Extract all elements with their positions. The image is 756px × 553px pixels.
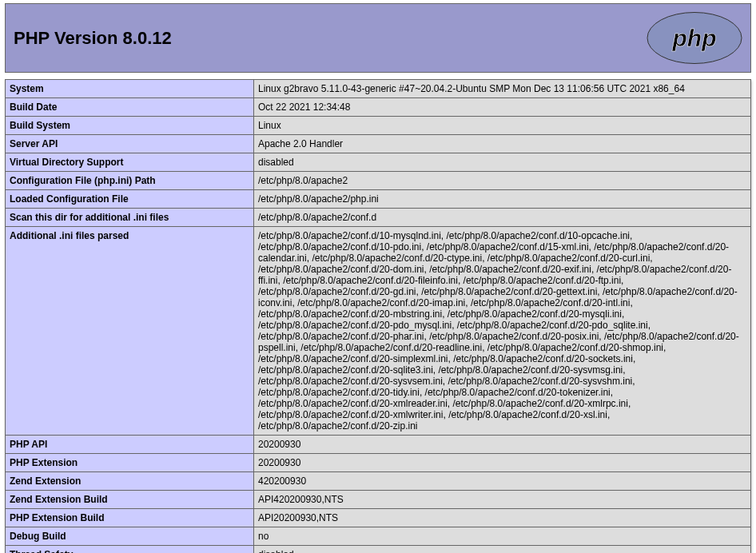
row-key: Zend Extension Build — [6, 491, 254, 509]
table-row: Build DateOct 22 2021 12:34:48 — [6, 98, 751, 117]
row-value: /etc/php/8.0/apache2/conf.d/10-mysqlnd.i… — [254, 227, 751, 436]
table-row: Loaded Configuration File/etc/php/8.0/ap… — [6, 190, 751, 209]
row-value: /etc/php/8.0/apache2 — [254, 172, 751, 190]
table-row: Zend Extension420200930 — [6, 472, 751, 491]
row-value: Linux — [254, 117, 751, 135]
row-value: Oct 22 2021 12:34:48 — [254, 98, 751, 117]
row-value: API420200930,NTS — [254, 491, 751, 509]
row-key: Virtual Directory Support — [6, 153, 254, 172]
row-value: 420200930 — [254, 472, 751, 491]
row-key: Additional .ini files parsed — [6, 227, 254, 436]
table-row: SystemLinux g2bravo 5.11.0-43-generic #4… — [6, 80, 751, 98]
row-value: Apache 2.0 Handler — [254, 135, 751, 153]
row-value: API20200930,NTS — [254, 509, 751, 527]
table-row: Scan this dir for additional .ini files/… — [6, 209, 751, 227]
table-row: PHP Extension20200930 — [6, 454, 751, 472]
row-key: PHP Extension Build — [6, 509, 254, 527]
table-row: PHP API20200930 — [6, 436, 751, 454]
table-row: PHP Extension BuildAPI20200930,NTS — [6, 509, 751, 527]
row-key: PHP API — [6, 436, 254, 454]
row-key: System — [6, 80, 254, 98]
table-row: Virtual Directory Supportdisabled — [6, 153, 751, 172]
row-value: /etc/php/8.0/apache2/conf.d — [254, 209, 751, 227]
php-logo-icon: php — [647, 11, 742, 65]
row-value: 20200930 — [254, 436, 751, 454]
row-value: disabled — [254, 546, 751, 554]
row-value: Linux g2bravo 5.11.0-43-generic #47~20.0… — [254, 80, 751, 98]
table-row: Build SystemLinux — [6, 117, 751, 135]
table-row: Thread Safetydisabled — [6, 546, 751, 554]
table-row: Additional .ini files parsed/etc/php/8.0… — [6, 227, 751, 436]
table-row: Debug Buildno — [6, 527, 751, 546]
phpinfo-header: PHP Version 8.0.12 php — [5, 3, 751, 73]
row-value: no — [254, 527, 751, 546]
row-value: /etc/php/8.0/apache2/php.ini — [254, 190, 751, 209]
page-title: PHP Version 8.0.12 — [14, 28, 172, 49]
row-key: Server API — [6, 135, 254, 153]
row-key: Debug Build — [6, 527, 254, 546]
table-row: Server APIApache 2.0 Handler — [6, 135, 751, 153]
row-key: Configuration File (php.ini) Path — [6, 172, 254, 190]
phpinfo-container: PHP Version 8.0.12 php SystemLinux g2bra… — [2, 0, 754, 553]
row-key: Zend Extension — [6, 472, 254, 491]
row-value: disabled — [254, 153, 751, 172]
row-key: Build System — [6, 117, 254, 135]
row-key: PHP Extension — [6, 454, 254, 472]
phpinfo-table-body: SystemLinux g2bravo 5.11.0-43-generic #4… — [6, 80, 751, 554]
svg-text:php: php — [672, 25, 717, 51]
row-value: 20200930 — [254, 454, 751, 472]
table-row: Configuration File (php.ini) Path/etc/ph… — [6, 172, 751, 190]
phpinfo-table: SystemLinux g2bravo 5.11.0-43-generic #4… — [5, 79, 751, 553]
row-key: Scan this dir for additional .ini files — [6, 209, 254, 227]
row-key: Loaded Configuration File — [6, 190, 254, 209]
row-key: Build Date — [6, 98, 254, 117]
row-key: Thread Safety — [6, 546, 254, 554]
table-row: Zend Extension BuildAPI420200930,NTS — [6, 491, 751, 509]
